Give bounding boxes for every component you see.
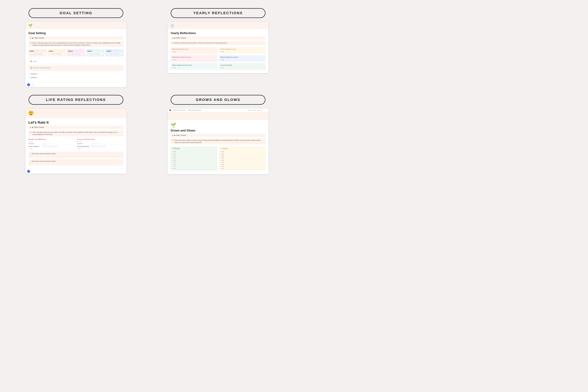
strategy2-label: Strategy 2: bbox=[30, 76, 38, 78]
reflection-card-3: What didn't work last year? List bbox=[170, 55, 218, 62]
check-icon-1: ✓ bbox=[28, 73, 30, 75]
edited-label: Edited 3h ago bbox=[248, 110, 256, 111]
goal1-section: Q Goal 1: bbox=[28, 59, 124, 64]
checkbox-9[interactable] bbox=[93, 146, 94, 147]
health-wellness-cell: Health & Wellness bbox=[28, 146, 42, 147]
lr-info-text: This is the place where you rate areas o… bbox=[32, 131, 122, 136]
yr-info-text: Below you will find some questions. Fill… bbox=[174, 42, 228, 44]
goal3-input[interactable]: ✨Type something... bbox=[68, 53, 84, 55]
tables-row: Health and Wellness ⊞ Table Aa Name ○ 0□… bbox=[28, 138, 124, 150]
lr-video-label: ▶ Video Tutorial bbox=[32, 126, 44, 128]
reflection-card-6: Lessons learned List bbox=[219, 63, 266, 70]
goal-setting-content: Goal Setting ▶ Video Tutorial Here is wh… bbox=[26, 29, 126, 82]
glows-col-title: ✨ Glows bbox=[220, 148, 264, 150]
gg-video-tutorial[interactable]: ▶ Video Tutorial bbox=[170, 134, 266, 137]
life-rating-quadrant: LIFE RATING REFLECTIONS 😲 Let's Rate It … bbox=[5, 92, 147, 178]
table2-add-new[interactable]: + New bbox=[77, 148, 124, 150]
share-button[interactable]: Share bbox=[257, 110, 260, 111]
checkbox-13[interactable] bbox=[102, 146, 104, 147]
checkbox-8[interactable] bbox=[91, 146, 92, 147]
rating-section: ... Why did you give that specific ratin… bbox=[28, 152, 124, 158]
yr-info-bar: Below you will find some questions. Fill… bbox=[170, 41, 266, 45]
refl-title-5: What stopped you last year? bbox=[172, 64, 216, 66]
grows-item-5: List bbox=[172, 159, 216, 161]
checkbox-2[interactable] bbox=[44, 146, 46, 147]
goal5-input[interactable]: ✨Type something... bbox=[106, 53, 122, 55]
reflection-card-1: What worked last year? List bbox=[170, 47, 218, 54]
goal1-input[interactable]: ✨Type something... bbox=[30, 53, 46, 55]
lr-info-dot bbox=[30, 132, 31, 133]
goal3-label: Goal 3 bbox=[68, 50, 84, 52]
gg-info-dot bbox=[172, 140, 174, 141]
checkbox-11[interactable] bbox=[98, 146, 99, 147]
lr-bottom-toolbar bbox=[26, 169, 126, 174]
question-mark-icon: ? bbox=[31, 84, 34, 86]
grows-item-8: List bbox=[172, 165, 216, 168]
grows-item-6: List bbox=[172, 161, 216, 163]
table1-add-new[interactable]: + New bbox=[28, 148, 75, 150]
table1-label: Table bbox=[30, 141, 33, 142]
goal4-input[interactable]: ✨Type something... bbox=[88, 53, 103, 55]
goal-card-1: Goal 1 ✨Type something... bbox=[28, 49, 47, 56]
gg-screen-title: Grows and Glows bbox=[170, 129, 266, 132]
goal2-input[interactable]: ✨Type something... bbox=[49, 53, 65, 55]
refl-list-3: List bbox=[172, 59, 216, 60]
checkbox-10[interactable] bbox=[95, 146, 97, 147]
yr-video-tutorial[interactable]: ▶ Video Tutorial bbox=[170, 36, 266, 40]
yr-play-icon bbox=[172, 37, 174, 39]
nav-bar: 📕 Heart Work Year Prep ... / 🌱 Grows and… bbox=[168, 108, 268, 112]
nav-icon-3: ··· bbox=[266, 110, 267, 111]
strategy2-row: ✓ Strategy 2: bbox=[28, 76, 124, 79]
glows-column: ✨ Glows List List List List List List Li… bbox=[219, 146, 266, 171]
nav-home[interactable]: Heart Work Year Prep ... bbox=[172, 110, 187, 111]
goal4-label: Goal 4 bbox=[88, 50, 103, 52]
grows-column: 🌱 Grows List List List List List List Li… bbox=[170, 146, 218, 171]
checkbox-5[interactable] bbox=[51, 146, 53, 147]
glows-item-7: List bbox=[220, 163, 264, 165]
grows-item-2: List bbox=[172, 152, 216, 155]
checkbox-12[interactable] bbox=[100, 146, 102, 147]
goal5-label: Goal 5 bbox=[106, 50, 122, 52]
yearly-reflections-title: YEARLY REFLECTIONS bbox=[194, 11, 243, 15]
refl-title-3: What didn't work last year? bbox=[172, 56, 216, 58]
grows-item-1: List bbox=[172, 150, 216, 152]
why-section: Q Why does this goal matter? bbox=[28, 65, 124, 71]
primary-relationship-cell: Primary Relationship bbox=[77, 146, 90, 147]
checkbox-1[interactable] bbox=[42, 146, 44, 147]
bottom-toolbar: ? bbox=[26, 82, 126, 87]
glows-item-8: List bbox=[220, 165, 264, 168]
goal-card-2: Goal 2 ✨Type something... bbox=[48, 49, 66, 56]
table2-label: Table bbox=[79, 141, 82, 142]
checkbox-6[interactable] bbox=[54, 146, 55, 147]
grows-glows-content: 🌱 Grows and Glows ▶ Video Tutorial Take … bbox=[168, 120, 268, 174]
screen-title: Goal Setting bbox=[28, 32, 124, 35]
glows-item-1: List bbox=[220, 150, 264, 152]
nav-current[interactable]: Grows and Glows bbox=[191, 110, 201, 111]
checkbox-3[interactable] bbox=[47, 146, 48, 147]
grows-item-3: List bbox=[172, 155, 216, 157]
table2-row1: Primary Relationship bbox=[77, 145, 124, 148]
gg-screen-icon: 🌱 bbox=[170, 122, 266, 128]
checkbox-4[interactable] bbox=[49, 146, 51, 147]
refl-list-5: List bbox=[172, 67, 216, 68]
lr-video-tutorial[interactable]: ▶ Video Tutorial bbox=[28, 126, 124, 129]
goal1-label: Goal 1 bbox=[30, 50, 46, 52]
checkbox-14[interactable] bbox=[104, 146, 106, 147]
glows-item-9: List bbox=[220, 168, 264, 170]
refl-title-6: Lessons learned bbox=[220, 64, 264, 66]
goal-card-5: Goal 5 ✨Type something... bbox=[105, 49, 124, 56]
table2-checkboxes: ○ 0□□□□□□□□ bbox=[90, 143, 100, 144]
goal2-label: Goal 2 bbox=[49, 50, 65, 52]
goal-setting-screen: 🌱 Goal Setting ▶ Video Tutorial Here is … bbox=[25, 22, 126, 87]
life-rating-content: Let's Rate It ▶ Video Tutorial This is t… bbox=[26, 118, 126, 169]
grows-item-4: List bbox=[172, 157, 216, 159]
why-q-icon: Q bbox=[30, 67, 32, 69]
gg-top-orange bbox=[168, 112, 268, 120]
gg-info-bar: Take some time to reflect on grows (area… bbox=[170, 138, 266, 144]
yearly-reflections-content: Yearly Reflections ▶ Video Tutorial Belo… bbox=[168, 29, 268, 73]
goal1-section-label: Q Goal 1: bbox=[30, 60, 122, 62]
video-tutorial-label: ▶ Video Tutorial bbox=[32, 37, 44, 39]
video-tutorial-bar[interactable]: ▶ Video Tutorial bbox=[28, 36, 124, 40]
checkbox-7[interactable] bbox=[56, 146, 58, 147]
yearly-reflections-screen: ❄️ Yearly Reflections ▶ Video Tutorial B… bbox=[168, 22, 269, 73]
